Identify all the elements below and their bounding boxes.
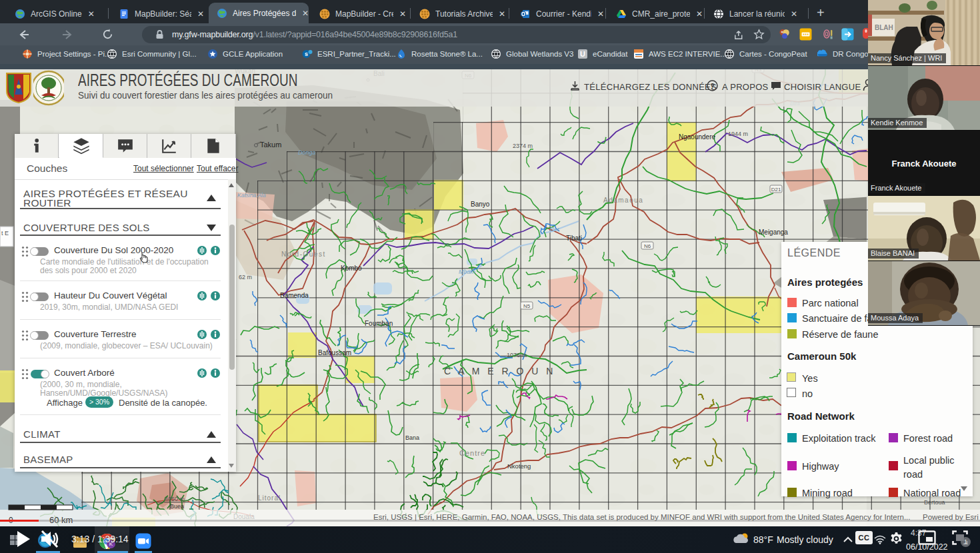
svg-text:Bamenda: Bamenda <box>280 292 309 299</box>
svg-text:Tibati: Tibati <box>566 235 582 242</box>
svg-text:D21: D21 <box>771 187 781 193</box>
svg-text:Buea: Buea <box>170 503 184 510</box>
svg-text:Foumban: Foumban <box>365 320 393 327</box>
svg-text:62 m: 62 m <box>239 274 252 280</box>
svg-text:Banyo: Banyo <box>471 201 490 208</box>
svg-text:Mbam: Mbam <box>459 269 476 275</box>
svg-text:Centre: Centre <box>459 449 485 457</box>
svg-text:Nkoteng: Nkoteng <box>507 462 531 470</box>
svg-text:N6: N6 <box>644 243 651 249</box>
svg-text:4050 m: 4050 m <box>165 496 185 502</box>
svg-text:1944 m: 1944 m <box>728 131 748 137</box>
svg-text:Takum: Takum <box>260 141 281 149</box>
svg-text:t E: t E <box>1 230 9 237</box>
svg-text:BLAH: BLAH <box>875 24 893 31</box>
svg-text:Ber: Ber <box>550 226 560 233</box>
svg-text:Nord-Ouest: Nord-Ouest <box>281 251 326 258</box>
svg-text:Katsina Ala: Katsina Ala <box>237 192 266 199</box>
svg-text:C A M E R O U N: C A M E R O U N <box>444 366 555 376</box>
svg-text:Adamaoua: Adamaoua <box>603 197 643 204</box>
svg-text:Bana: Bana <box>405 434 419 441</box>
svg-text:1076 m: 1076 m <box>507 352 527 358</box>
svg-text:U: U <box>580 50 585 58</box>
svg-text:Kombo: Kombo <box>341 265 362 272</box>
svg-text:Ngaoundere: Ngaoundere <box>679 133 715 141</box>
svg-text:N5: N5 <box>523 303 531 309</box>
svg-text:Bertoua: Bertoua <box>924 499 945 506</box>
svg-text:Bafoussam: Bafoussam <box>318 349 351 356</box>
svg-text:2374 m: 2374 m <box>513 143 533 149</box>
svg-text:?: ? <box>710 82 715 90</box>
svg-text:Litoral: Litoral <box>258 494 281 502</box>
svg-text:s: s <box>305 51 308 57</box>
svg-text:Donga: Donga <box>298 149 316 156</box>
svg-text:Meiganga: Meiganga <box>759 229 788 236</box>
